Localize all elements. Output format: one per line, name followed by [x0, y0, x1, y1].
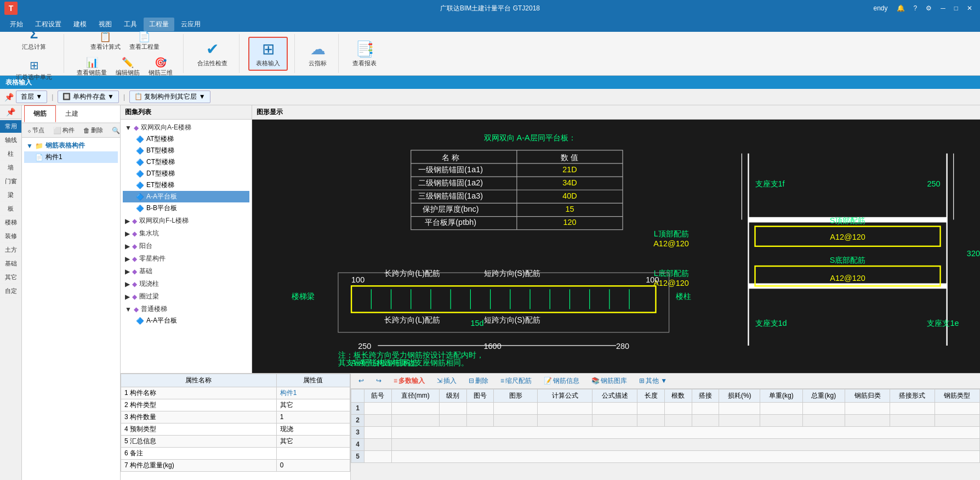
- atlas-group-normal-stair-header[interactable]: ▼ ◆ 普通楼梯: [123, 303, 249, 315]
- row-2-drawing[interactable]: [466, 414, 494, 426]
- atlas-group-sump-header[interactable]: ▶ ◆ 集水坑: [123, 228, 249, 239]
- atlas-item-bt[interactable]: 🔷BT型楼梯: [123, 145, 249, 156]
- row-3-rebar-num[interactable]: [364, 426, 392, 438]
- cat-item-slab[interactable]: 板: [0, 202, 21, 216]
- sum-calc-button[interactable]: Σ 汇总计算: [17, 24, 51, 54]
- row-2-shape[interactable]: [494, 414, 538, 426]
- check-button[interactable]: ✔ 合法性检查: [192, 37, 232, 70]
- props-value-1[interactable]: 构件1: [276, 387, 350, 399]
- view-rebar-button[interactable]: 📊 查看钢筋量: [73, 55, 111, 78]
- row-1-total-weight[interactable]: [802, 402, 845, 414]
- row-2-steel-type[interactable]: [935, 414, 979, 426]
- props-value-6[interactable]: [276, 447, 350, 459]
- view-project-button[interactable]: 📄 查看工程量: [126, 29, 163, 53]
- layer-dropdown[interactable]: 首层 ▼: [16, 91, 47, 103]
- redo-btn[interactable]: ↪: [372, 376, 386, 386]
- notify-icon[interactable]: 🔔: [893, 3, 908, 13]
- row-1-grade[interactable]: [439, 402, 466, 414]
- cat-item-earth[interactable]: 土方: [0, 244, 21, 257]
- rebar-3d-button[interactable]: 🎯 钢筋三维: [145, 55, 176, 78]
- atlas-item-dt[interactable]: 🔷DT型楼梯: [123, 168, 249, 179]
- sidebar-pin[interactable]: 📌: [0, 105, 21, 119]
- cat-item-other[interactable]: 其它: [0, 271, 21, 284]
- row-1-formula[interactable]: [538, 402, 592, 414]
- row-2-total-weight[interactable]: [802, 414, 845, 426]
- row-2-formula[interactable]: [538, 414, 592, 426]
- single-component-save[interactable]: 🔲 单构件存盘 ▼: [58, 91, 119, 103]
- atlas-group-cast-column-header[interactable]: ▶ ◆ 现浇柱: [123, 278, 249, 290]
- cat-item-wall[interactable]: 墙: [0, 161, 21, 174]
- cat-item-common[interactable]: 常用: [0, 120, 21, 133]
- rebar-library-btn[interactable]: 📚钢筋图库: [587, 375, 631, 387]
- row-2-count[interactable]: [664, 414, 692, 426]
- cat-item-axis[interactable]: 轴线: [0, 134, 21, 147]
- row-2-rebar-class[interactable]: [845, 414, 890, 426]
- view-calc-button[interactable]: 📋 查看计算式: [87, 29, 124, 53]
- cat-item-decor[interactable]: 装修: [0, 230, 21, 243]
- atlas-group-misc-header[interactable]: ▶ ◆ 零星构件: [123, 253, 249, 264]
- row-1-overlap[interactable]: [692, 402, 719, 414]
- row-2-rebar-num[interactable]: [364, 414, 392, 426]
- atlas-group-foundation-header[interactable]: ▶ ◆ 基础: [123, 266, 249, 277]
- cat-item-stair[interactable]: 楼梯: [0, 216, 21, 229]
- row-1-rebar-num[interactable]: [364, 402, 392, 414]
- copy-component-layer[interactable]: 📋 复制构件到其它层 ▼: [129, 91, 210, 103]
- atlas-group-balcony-header[interactable]: ▶ ◆ 阳台: [123, 240, 249, 252]
- multi-input-btn[interactable]: ≡多数输入: [389, 375, 429, 387]
- atlas-group-ring-beam-header[interactable]: ▶ ◆ 圈过梁: [123, 291, 249, 302]
- cat-item-column[interactable]: 柱: [0, 148, 21, 161]
- other-btn[interactable]: ⊞其他 ▼: [635, 375, 671, 387]
- settings-icon2[interactable]: ⚙: [922, 3, 935, 13]
- insert-btn[interactable]: ⇲插入: [432, 375, 461, 387]
- row-2-overlap-type[interactable]: [890, 414, 935, 426]
- delete-tool-btn[interactable]: 🗑删除: [80, 125, 106, 135]
- rebar-info-btn[interactable]: 📝钢筋信息: [539, 375, 584, 387]
- atlas-item-bb-platform[interactable]: 🔷B-B平台板: [123, 202, 249, 214]
- maximize-btn[interactable]: □: [951, 3, 961, 13]
- row-4-rebar-num[interactable]: [364, 438, 392, 450]
- row-5-rebar-num[interactable]: [364, 450, 392, 462]
- row-2-loss[interactable]: [719, 414, 760, 426]
- scale-match-btn[interactable]: ≡缩尺配筋: [496, 375, 536, 387]
- edit-rebar-button[interactable]: ✏️ 编辑钢筋: [112, 55, 144, 78]
- cat-item-window[interactable]: 门窗: [0, 175, 21, 188]
- props-value-3[interactable]: 1: [276, 411, 350, 423]
- cat-item-custom[interactable]: 自定: [0, 285, 21, 298]
- row-2-length[interactable]: [637, 414, 665, 426]
- tree-node-comp1[interactable]: 📄 构件1: [24, 151, 118, 163]
- window-controls[interactable]: endy 🔔 ? ⚙ ─ □ ✕: [870, 3, 976, 13]
- table-input-button[interactable]: ⊞ 表格输入: [248, 37, 288, 71]
- minimize-btn[interactable]: ─: [937, 3, 949, 13]
- row-1-drawing[interactable]: [466, 402, 494, 414]
- row-1-overlap-type[interactable]: [890, 402, 935, 414]
- row-1-loss[interactable]: [719, 402, 760, 414]
- row-1-unit-weight[interactable]: [760, 402, 802, 414]
- row-1-steel-type[interactable]: [935, 402, 979, 414]
- row-2-overlap[interactable]: [692, 414, 719, 426]
- atlas-item-ct[interactable]: 🔷CT型楼梯: [123, 156, 249, 168]
- atlas-group-ae-header[interactable]: ▼ ◆ 双网双向A-E楼梯: [123, 122, 249, 133]
- row-1-diameter[interactable]: [391, 402, 439, 414]
- component-tool-btn[interactable]: ⬜构件: [50, 125, 78, 135]
- atlas-item-at[interactable]: 🔷AT型楼梯: [123, 133, 249, 145]
- tree-root-header[interactable]: ▼ 📁 钢筋表格构件: [24, 140, 118, 151]
- tab-rebar[interactable]: 钢筋: [24, 105, 56, 122]
- cat-item-beam[interactable]: 梁: [0, 189, 21, 202]
- delete-row-btn[interactable]: ⊟删除: [464, 375, 493, 387]
- row-2-diameter[interactable]: [391, 414, 439, 426]
- cloud-index-button[interactable]: ☁ 云指标: [304, 37, 332, 70]
- view-report-button[interactable]: 📑 查看报表: [347, 37, 381, 70]
- row-1-count[interactable]: [664, 402, 692, 414]
- close-btn[interactable]: ✕: [964, 3, 976, 13]
- row-1-rebar-class[interactable]: [845, 402, 890, 414]
- undo-btn[interactable]: ↩: [354, 376, 368, 386]
- row-1-desc[interactable]: [592, 402, 637, 414]
- atlas-item-et[interactable]: 🔷ET型楼梯: [123, 179, 249, 191]
- menu-cloud[interactable]: 云应用: [175, 18, 206, 31]
- row-2-unit-weight[interactable]: [760, 414, 802, 426]
- atlas-group-fl-header[interactable]: ▶ ◆ 双网双向F-L楼梯: [123, 215, 249, 227]
- tab-civil[interactable]: 土建: [56, 105, 88, 122]
- atlas-item-normal-aa[interactable]: 🔷A-A平台板: [123, 315, 249, 326]
- row-2-grade[interactable]: [439, 414, 466, 426]
- row-1-shape[interactable]: [494, 402, 538, 414]
